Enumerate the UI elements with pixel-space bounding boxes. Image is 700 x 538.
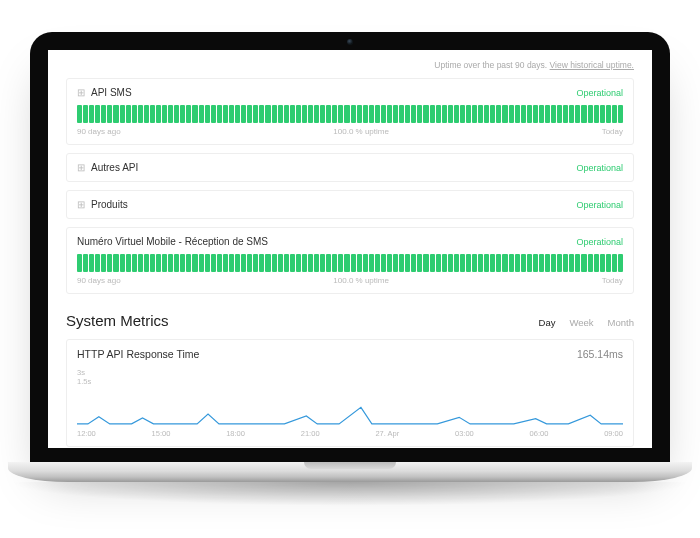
uptime-bars: [77, 254, 623, 272]
status-badge: Operational: [576, 163, 623, 173]
status-badge: Operational: [576, 88, 623, 98]
service-label: API SMS: [91, 87, 132, 98]
screen-bezel: Uptime over the past 90 days. View histo…: [30, 32, 670, 462]
service-card: ⊞API SMSOperational90 days ago100.0 % up…: [66, 78, 634, 145]
plus-icon[interactable]: ⊞: [77, 200, 85, 210]
metrics-header: System Metrics DayWeekMonth: [66, 312, 634, 329]
laptop-shadow: [8, 482, 692, 506]
service-row[interactable]: ⊞ProduitsOperational: [77, 199, 623, 210]
x-tick: 15:00: [152, 429, 171, 438]
uptime-meta-right: Today: [602, 276, 623, 285]
x-tick: 06:00: [530, 429, 549, 438]
status-badge: Operational: [576, 237, 623, 247]
uptime-meta-right: Today: [602, 127, 623, 136]
x-tick: 21:00: [301, 429, 320, 438]
uptime-meta-center: 100.0 % uptime: [333, 276, 389, 285]
metric-name: HTTP API Response Time: [77, 348, 199, 360]
service-name: ⊞Autres API: [77, 162, 138, 173]
service-name: Numéro Virtuel Mobile - Réception de SMS: [77, 236, 268, 247]
service-card: Numéro Virtuel Mobile - Réception de SMS…: [66, 227, 634, 294]
metrics-title: System Metrics: [66, 312, 169, 329]
x-tick: 27. Apr: [375, 429, 399, 438]
uptime-note-text: Uptime over the past 90 days.: [434, 60, 547, 70]
range-tab-day[interactable]: Day: [539, 317, 556, 328]
camera-icon: [347, 39, 353, 45]
uptime-meta-center: 100.0 % uptime: [333, 127, 389, 136]
status-badge: Operational: [576, 200, 623, 210]
metric-card: HTTP API Response Time 165.14ms 3s 1.5s …: [66, 339, 634, 447]
y-tick: 1.5s: [77, 377, 623, 386]
uptime-meta: 90 days ago100.0 % uptimeToday: [77, 127, 623, 136]
metric-value: 165.14ms: [577, 348, 623, 360]
x-axis: 12:0015:0018:0021:0027. Apr03:0006:0009:…: [77, 429, 623, 438]
service-card: ⊞Autres APIOperational: [66, 153, 634, 182]
plus-icon[interactable]: ⊞: [77, 88, 85, 98]
service-name: ⊞Produits: [77, 199, 128, 210]
service-label: Numéro Virtuel Mobile - Réception de SMS: [77, 236, 268, 247]
laptop-notch: [304, 462, 396, 469]
range-tabs: DayWeekMonth: [539, 317, 634, 328]
response-time-chart: 3s 1.5s 12:0015:0018:0021:0027. Apr03:00…: [77, 368, 623, 438]
service-label: Autres API: [91, 162, 138, 173]
service-label: Produits: [91, 199, 128, 210]
status-page: Uptime over the past 90 days. View histo…: [48, 50, 652, 448]
service-row[interactable]: ⊞API SMSOperational: [77, 87, 623, 98]
uptime-note: Uptime over the past 90 days. View histo…: [66, 60, 634, 70]
range-tab-month[interactable]: Month: [608, 317, 634, 328]
plus-icon[interactable]: ⊞: [77, 163, 85, 173]
chart-line: [77, 386, 623, 426]
laptop-base: [8, 462, 692, 482]
uptime-meta: 90 days ago100.0 % uptimeToday: [77, 276, 623, 285]
laptop-frame: Uptime over the past 90 days. View histo…: [30, 32, 670, 506]
service-row: Numéro Virtuel Mobile - Réception de SMS…: [77, 236, 623, 247]
historical-uptime-link[interactable]: View historical uptime.: [550, 60, 634, 70]
service-row[interactable]: ⊞Autres APIOperational: [77, 162, 623, 173]
uptime-meta-left: 90 days ago: [77, 127, 121, 136]
service-name: ⊞API SMS: [77, 87, 132, 98]
x-tick: 09:00: [604, 429, 623, 438]
range-tab-week[interactable]: Week: [569, 317, 593, 328]
uptime-bars: [77, 105, 623, 123]
x-tick: 12:00: [77, 429, 96, 438]
y-tick: 3s: [77, 368, 623, 377]
service-card: ⊞ProduitsOperational: [66, 190, 634, 219]
x-tick: 18:00: [226, 429, 245, 438]
x-tick: 03:00: [455, 429, 474, 438]
uptime-meta-left: 90 days ago: [77, 276, 121, 285]
